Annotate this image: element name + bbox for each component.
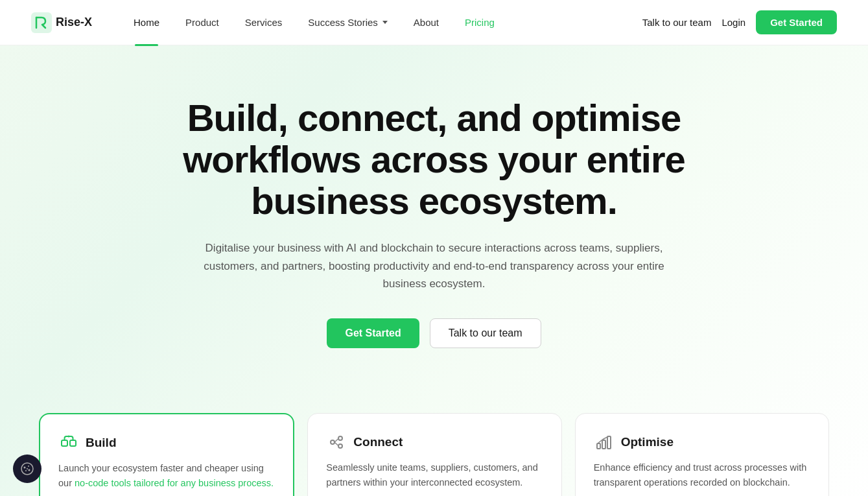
optimise-icon bbox=[594, 432, 615, 453]
talk-hero-button[interactable]: Talk to our team bbox=[430, 318, 541, 348]
nav-success-stories[interactable]: Success Stories bbox=[298, 12, 398, 33]
optimise-card-desc: Enhance efficiency and trust across proc… bbox=[594, 460, 810, 490]
nav-pricing[interactable]: Pricing bbox=[454, 12, 505, 33]
svg-rect-7 bbox=[597, 443, 600, 449]
connect-card[interactable]: Connect Seamlessly unite teams, supplier… bbox=[307, 413, 561, 496]
logo-icon bbox=[31, 12, 52, 33]
svg-point-4 bbox=[331, 440, 334, 444]
nav-services[interactable]: Services bbox=[235, 12, 293, 33]
svg-point-5 bbox=[338, 436, 342, 440]
nav-about[interactable]: About bbox=[403, 12, 449, 33]
build-card[interactable]: Build Launch your ecosystem faster and c… bbox=[39, 413, 294, 496]
svg-point-13 bbox=[29, 469, 30, 471]
logo[interactable]: Rise-X bbox=[31, 12, 92, 33]
navbar: Rise-X Home Product Services Success Sto… bbox=[0, 0, 868, 45]
build-card-header: Build bbox=[58, 432, 275, 453]
logo-text: Rise-X bbox=[56, 16, 92, 29]
get-started-hero-button[interactable]: Get Started bbox=[327, 318, 419, 348]
connect-card-title: Connect bbox=[353, 435, 403, 449]
svg-rect-2 bbox=[70, 440, 76, 446]
nav-right: Talk to our team Login Get Started bbox=[642, 10, 837, 34]
svg-rect-9 bbox=[607, 436, 611, 449]
svg-point-11 bbox=[24, 467, 26, 469]
hero-subtitle: Digitalise your business with AI and blo… bbox=[201, 239, 668, 292]
svg-point-3 bbox=[68, 435, 70, 437]
svg-point-15 bbox=[27, 468, 28, 469]
hero-section: Build, connect, and optimise workflows a… bbox=[0, 45, 868, 374]
optimise-card[interactable]: Optimise Enhance efficiency and trust ac… bbox=[575, 413, 829, 496]
get-started-nav-button[interactable]: Get Started bbox=[756, 10, 837, 34]
nav-home[interactable]: Home bbox=[123, 12, 170, 33]
cookie-icon bbox=[19, 461, 35, 477]
svg-point-14 bbox=[25, 470, 27, 471]
connect-card-header: Connect bbox=[326, 432, 543, 453]
build-card-title: Build bbox=[86, 436, 117, 450]
talk-to-team-button[interactable]: Talk to our team bbox=[642, 17, 712, 28]
hero-buttons: Get Started Talk to our team bbox=[327, 318, 541, 348]
connect-icon bbox=[326, 432, 347, 453]
connect-card-desc: Seamlessly unite teams, suppliers, custo… bbox=[326, 460, 543, 490]
nav-product[interactable]: Product bbox=[175, 12, 229, 33]
optimise-card-title: Optimise bbox=[621, 435, 674, 449]
svg-point-6 bbox=[338, 444, 342, 448]
svg-rect-8 bbox=[602, 440, 605, 449]
login-button[interactable]: Login bbox=[721, 17, 745, 28]
nav-links: Home Product Services Success Stories Ab… bbox=[123, 12, 642, 33]
svg-rect-1 bbox=[62, 440, 67, 446]
no-code-link[interactable]: no-code tools tailored for any business … bbox=[75, 478, 274, 488]
build-icon bbox=[58, 432, 79, 453]
cookie-badge[interactable] bbox=[13, 455, 41, 483]
chevron-down-icon bbox=[382, 21, 388, 24]
svg-rect-0 bbox=[31, 12, 52, 33]
svg-point-12 bbox=[28, 466, 29, 467]
optimise-card-header: Optimise bbox=[594, 432, 810, 453]
cards-section: Build Launch your ecosystem faster and c… bbox=[0, 374, 868, 496]
build-card-desc: Launch your ecosystem faster and cheaper… bbox=[58, 461, 275, 491]
hero-title: Build, connect, and optimise workflows a… bbox=[156, 97, 713, 221]
